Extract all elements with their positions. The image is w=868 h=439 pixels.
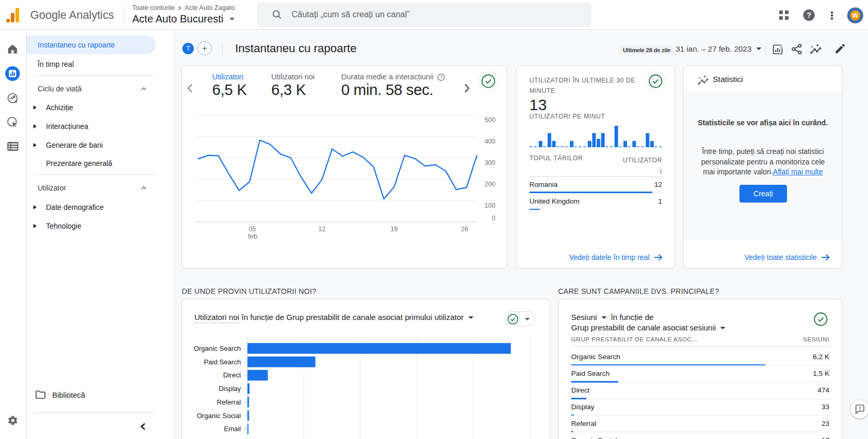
svg-text:0: 0 [492,215,495,222]
svg-text:100: 100 [484,202,495,209]
svg-text:Organic Search: Organic Search [194,345,241,352]
svg-text:300: 300 [484,159,495,167]
svg-text:Display: Display [218,385,241,393]
svg-text:26: 26 [461,226,468,233]
svg-text:feb.: feb. [248,233,259,240]
svg-text:Referral: Referral [217,398,241,406]
svg-text:19: 19 [390,226,398,233]
svg-text:400: 400 [484,138,495,145]
svg-text:05: 05 [249,226,256,233]
svg-text:500: 500 [484,116,495,124]
svg-text:Paid Search: Paid Search [204,358,241,366]
svg-text:Direct: Direct [223,371,241,379]
svg-text:12: 12 [318,226,326,233]
svg-text:Email: Email [224,425,241,433]
svg-text:W: W [852,12,859,19]
svg-text:Organic Social: Organic Social [196,412,241,420]
svg-text:200: 200 [484,181,495,188]
